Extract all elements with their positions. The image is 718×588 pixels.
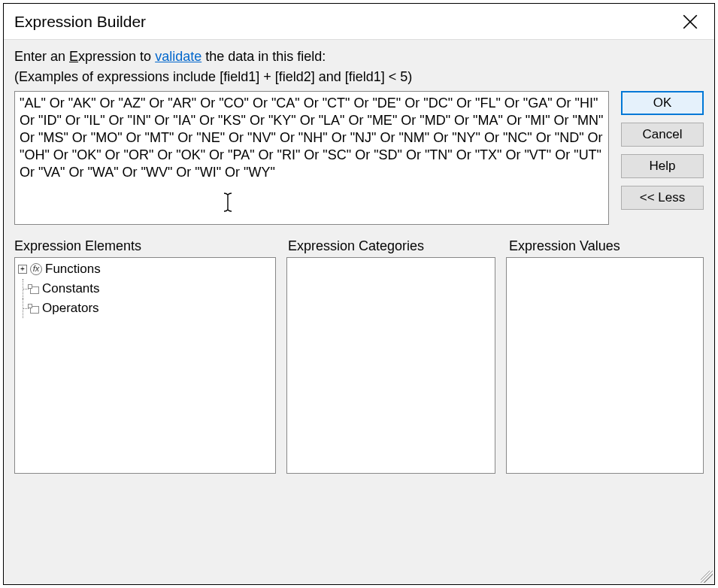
dialog-window: Expression Builder Enter an Expression t… [3, 3, 715, 585]
fx-icon [30, 263, 42, 275]
tree-branch-icon [18, 279, 29, 299]
tree-item-label: Functions [45, 262, 101, 277]
expand-icon[interactable]: + [18, 265, 27, 274]
tree-item-label: Constants [42, 281, 100, 296]
values-header: Expression Values [509, 238, 704, 254]
examples-text: (Examples of expressions include [field1… [14, 69, 704, 85]
values-list[interactable] [506, 257, 704, 474]
dialog-content: Enter an Expression to validate the data… [4, 40, 714, 584]
text-cursor-icon [221, 191, 235, 214]
validate-link[interactable]: validate [155, 49, 201, 64]
expression-text: "AL" Or "AK" Or "AZ" Or "AR" Or "CO" Or … [20, 95, 603, 180]
tree-item-operators[interactable]: Operators [15, 299, 275, 318]
cancel-button[interactable]: Cancel [621, 123, 704, 147]
expression-row: "AL" Or "AK" Or "AZ" Or "AR" Or "CO" Or … [14, 91, 704, 225]
node-icon [30, 306, 39, 314]
prompt-mnemonic: E [69, 49, 78, 64]
panel-lists: + Functions Constants Operators [14, 257, 704, 474]
categories-header: Expression Categories [288, 238, 497, 254]
expression-input[interactable]: "AL" Or "AK" Or "AZ" Or "AR" Or "CO" Or … [14, 91, 609, 225]
side-buttons: OK Cancel Help << Less [621, 91, 704, 210]
prompt-post: the data in this field: [201, 49, 326, 64]
categories-list[interactable] [286, 257, 495, 474]
elements-header: Expression Elements [14, 238, 276, 254]
less-button[interactable]: << Less [621, 186, 704, 210]
titlebar: Expression Builder [4, 4, 714, 40]
resize-grip-icon[interactable] [701, 571, 713, 583]
node-icon [30, 286, 39, 294]
tree-branch-icon [18, 299, 29, 318]
tree-item-label: Operators [42, 301, 99, 316]
elements-list[interactable]: + Functions Constants Operators [14, 257, 276, 474]
tree-item-functions[interactable]: + Functions [15, 259, 275, 279]
close-button[interactable] [677, 8, 704, 35]
help-button[interactable]: Help [621, 154, 704, 178]
dialog-title: Expression Builder [14, 13, 146, 31]
tree-item-constants[interactable]: Constants [15, 279, 275, 299]
panel-headers: Expression Elements Expression Categorie… [14, 238, 704, 254]
ok-button[interactable]: OK [621, 91, 704, 115]
prompt-after-mn: xpression to [78, 49, 155, 64]
prompt-text: Enter an Expression to validate the data… [14, 49, 704, 65]
prompt-pre: Enter an [14, 49, 69, 64]
close-icon [683, 14, 698, 29]
